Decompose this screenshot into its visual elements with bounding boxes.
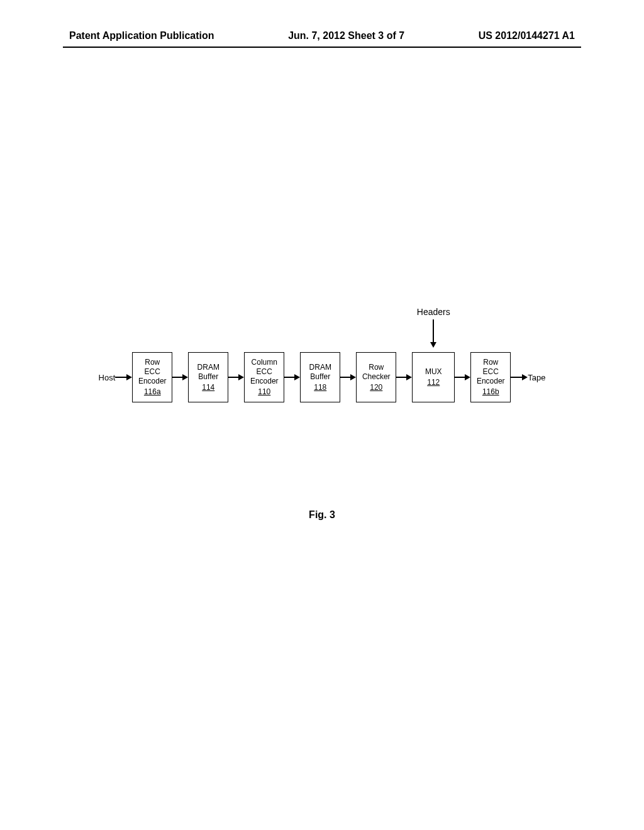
block-line: Row (483, 358, 498, 367)
figure-caption: Fig. 3 (75, 509, 569, 521)
mux-112: MUX 112 (412, 352, 455, 402)
dram-buffer-118: DRAM Buffer 118 (300, 352, 340, 402)
row-checker-120: Row Checker 120 (356, 352, 396, 402)
row-ecc-encoder-116a: Row ECC Encoder 116a (132, 352, 172, 402)
block-line: Encoder (250, 377, 279, 386)
block-line: Row (145, 358, 160, 367)
block-ref: 110 (258, 387, 270, 397)
block-line: Buffer (310, 372, 330, 382)
block-line: ECC (145, 367, 160, 377)
block-ref: 114 (202, 383, 214, 392)
page-header: Patent Application Publication Jun. 7, 2… (0, 30, 644, 42)
block-line: ECC (483, 367, 499, 377)
headers-label: Headers (417, 307, 450, 317)
block-line: ECC (257, 367, 272, 377)
headers-input: Headers (412, 307, 455, 348)
block-line: Buffer (198, 372, 218, 382)
block-ref: 116a (144, 387, 161, 397)
block-line: Encoder (477, 377, 505, 386)
block-ref: 116b (482, 387, 499, 397)
page: Patent Application Publication Jun. 7, 2… (0, 0, 644, 830)
arrow-icon (396, 377, 412, 378)
header-rule (63, 47, 581, 48)
block-line: DRAM (197, 363, 219, 372)
input-label-host: Host (99, 373, 116, 382)
block-ref: 120 (370, 383, 382, 392)
block-ref: 112 (427, 378, 440, 387)
arrow-icon (340, 377, 356, 378)
header-left: Patent Application Publication (69, 30, 214, 42)
arrow-down-icon (430, 319, 436, 348)
arrow-icon (172, 377, 188, 378)
block-line: Checker (362, 372, 391, 382)
arrow-icon (455, 377, 470, 378)
row-ecc-encoder-116b: Row ECC Encoder 116b (470, 352, 511, 402)
dram-buffer-114: DRAM Buffer 114 (188, 352, 228, 402)
signal-flow: Host Row ECC Encoder 116a DRAM Buffer 11… (75, 352, 569, 402)
column-ecc-encoder-110: Column ECC Encoder 110 (244, 352, 284, 402)
arrow-icon (115, 377, 132, 378)
block-diagram: Host Row ECC Encoder 116a DRAM Buffer 11… (75, 352, 569, 478)
arrow-icon (228, 377, 244, 378)
arrow-icon (511, 377, 528, 378)
output-label-tape: Tape (528, 373, 545, 382)
block-line: MUX (425, 367, 442, 377)
mux-holder: Headers MUX 112 (412, 352, 455, 402)
block-ref: 118 (314, 383, 326, 392)
block-line: DRAM (309, 363, 331, 372)
block-line: Column (252, 358, 277, 367)
block-line: Row (369, 363, 384, 372)
header-right: US 2012/0144271 A1 (479, 30, 575, 42)
arrow-icon (284, 377, 300, 378)
block-line: Encoder (138, 377, 167, 386)
header-center: Jun. 7, 2012 Sheet 3 of 7 (288, 30, 404, 42)
